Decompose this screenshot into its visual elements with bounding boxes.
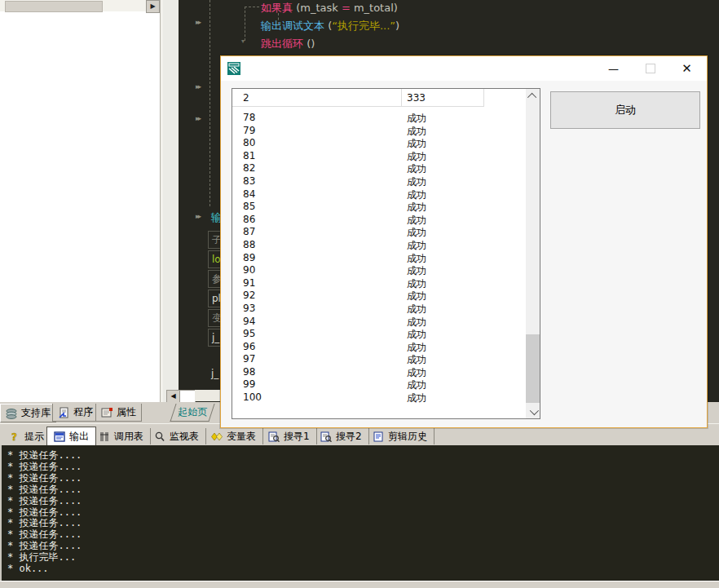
dialog-titlebar[interactable]: — ✕ — [221, 56, 707, 81]
table-row[interactable]: 99 成功 — [232, 378, 524, 391]
row-status: 成功 — [407, 239, 426, 253]
row-id: 84 — [243, 188, 255, 200]
table-row[interactable]: 79 成功 — [232, 125, 524, 138]
table-row[interactable]: 83 成功 — [232, 175, 524, 188]
tab-hint[interactable]: ? 提示 — [2, 428, 51, 444]
output-icon — [54, 431, 65, 442]
table-row[interactable]: 87 成功 — [232, 226, 524, 239]
row-status: 成功 — [407, 226, 426, 240]
table-row[interactable]: 86 成功 — [232, 214, 524, 227]
column-header[interactable]: 2 — [243, 92, 249, 104]
row-status: 成功 — [407, 125, 426, 139]
table-row[interactable]: 97 成功 — [232, 353, 524, 366]
row-status: 成功 — [407, 137, 426, 151]
minimize-button[interactable]: — — [595, 56, 632, 81]
task-result-list[interactable]: 2 333 78 成功 79 成功 80 成功 81 成功 82 成功 83 成… — [232, 88, 540, 419]
tab-properties[interactable]: 属性 — [95, 404, 142, 422]
yi-logo-icon — [227, 62, 240, 75]
close-button[interactable]: ✕ — [668, 56, 705, 81]
tab-clip-history[interactable]: 剪辑历史 — [366, 428, 434, 444]
code-token: = — [342, 2, 354, 14]
fold-marker-icon[interactable]: ▸▸ — [196, 82, 200, 91]
table-row[interactable]: 100 成功 — [232, 391, 524, 405]
vscroll-thumb[interactable] — [526, 334, 540, 403]
list-vscrollbar[interactable] — [526, 89, 540, 418]
tab-label: 起始页 — [174, 404, 211, 420]
tab-label: 属性 — [117, 405, 136, 419]
console-line: * 投递任务.... — [2, 529, 719, 541]
table-row[interactable]: 98 成功 — [232, 366, 524, 379]
list-header[interactable]: 2 333 — [232, 89, 540, 111]
table-row[interactable]: 78 成功 — [232, 112, 524, 125]
properties-icon — [101, 407, 113, 418]
output-console[interactable]: * 投递任务....* 投递任务....* 投递任务....* 投递任务....… — [0, 445, 719, 586]
row-id: 79 — [243, 125, 255, 136]
result-rows: 78 成功 79 成功 80 成功 81 成功 82 成功 83 成功 84 成… — [232, 112, 524, 405]
tab-watch-table[interactable]: 监视表 — [148, 428, 206, 444]
table-row[interactable]: 94 成功 — [232, 316, 524, 329]
editor-hscroll-track[interactable] — [195, 390, 220, 401]
editor-hscroll-left-arrow-icon[interactable]: ◀ — [166, 390, 180, 403]
row-id: 91 — [243, 277, 255, 289]
fold-marker-icon[interactable]: ▸▸ — [196, 114, 200, 122]
tab-call-table[interactable]: 调用表 — [92, 428, 151, 444]
fold-marker-icon[interactable]: ▸▸ — [196, 212, 200, 220]
row-status: 成功 — [407, 264, 426, 278]
table-row[interactable]: 93 成功 — [232, 303, 524, 316]
table-row[interactable]: 81 成功 — [232, 150, 524, 163]
row-status: 成功 — [407, 162, 426, 176]
tab-search2[interactable]: 搜寻2 — [314, 428, 369, 444]
table-row[interactable]: 90 成功 — [232, 264, 524, 277]
hscroll-thumb[interactable] — [5, 1, 103, 12]
tab-program[interactable]: 程序 — [52, 404, 99, 422]
watch-table-icon — [154, 431, 165, 442]
tab-label: 程序 — [73, 405, 93, 419]
start-button[interactable]: 启动 — [550, 91, 700, 129]
tab-label: 输出 — [69, 430, 89, 444]
table-row[interactable]: 84 成功 — [232, 188, 524, 201]
column-separator[interactable] — [483, 89, 484, 107]
column-separator[interactable] — [401, 89, 402, 107]
table-row[interactable]: 95 成功 — [232, 328, 524, 341]
header-underline — [232, 106, 483, 107]
row-status: 成功 — [407, 277, 426, 291]
row-id: 98 — [243, 366, 255, 378]
editor-hscroll-thumb[interactable] — [179, 390, 196, 403]
table-row[interactable]: 80 成功 — [232, 137, 524, 150]
workspace-tree-panel[interactable]: ▶ — [0, 0, 161, 402]
scroll-up-icon[interactable] — [526, 89, 540, 103]
row-id: 86 — [243, 214, 255, 225]
table-row[interactable]: 91 成功 — [232, 277, 524, 290]
table-row[interactable]: 89 成功 — [232, 252, 524, 265]
call-table-icon — [99, 431, 110, 442]
table-row[interactable]: 82 成功 — [232, 162, 524, 175]
table-row[interactable]: 85 成功 — [232, 201, 524, 214]
table-row[interactable]: 96 成功 — [232, 341, 524, 354]
row-status: 成功 — [407, 252, 426, 266]
table-row[interactable]: 88 成功 — [232, 239, 524, 252]
tab-label: 剪辑历史 — [388, 430, 427, 444]
row-status: 成功 — [407, 328, 426, 342]
maximize-button[interactable] — [632, 56, 668, 81]
fold-marker-icon[interactable]: ▸▸ — [196, 18, 200, 26]
scroll-down-icon[interactable] — [526, 405, 540, 418]
row-status: 成功 — [407, 112, 426, 126]
workspace-hscrollbar[interactable]: ▶ — [0, 0, 158, 11]
console-line: * 执行完毕... — [2, 552, 719, 564]
code-token: ) — [395, 20, 399, 32]
ide-window: ▶ ▾ ▸▸ ▸▸ ▸▸ ▸▸ 如果真 (m_task = m_total) 输… — [0, 0, 719, 588]
table-row[interactable]: 92 成功 — [232, 290, 524, 303]
row-status: 成功 — [407, 353, 426, 367]
row-status: 成功 — [407, 341, 426, 355]
tab-start-page[interactable]: 起始页 — [170, 404, 214, 422]
tab-output[interactable]: 输出 — [46, 427, 96, 446]
tab-variable-table[interactable]: 变量表 — [205, 428, 263, 444]
hscroll-right-arrow-icon[interactable]: ▶ — [146, 0, 160, 13]
column-header[interactable]: 333 — [407, 92, 426, 104]
code-line: 输出调试文本 (“执行完毕...”) — [261, 20, 399, 32]
console-line: * 投递任务.... — [2, 473, 719, 484]
tab-support-library[interactable]: 支持库 — [0, 404, 56, 422]
tab-search1[interactable]: 搜寻1 — [262, 428, 317, 444]
row-id: 90 — [243, 264, 255, 276]
console-line: * 投递任务.... — [2, 484, 719, 496]
